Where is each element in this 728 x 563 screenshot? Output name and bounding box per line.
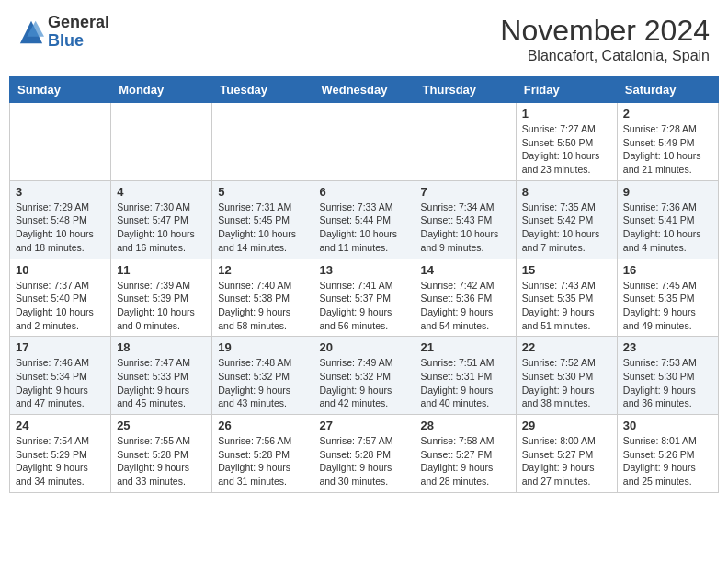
calendar-cell: 7Sunrise: 7:34 AM Sunset: 5:43 PM Daylig… [415, 180, 516, 259]
day-number: 9 [623, 185, 712, 199]
day-info: Sunrise: 7:36 AM Sunset: 5:41 PM Dayligh… [623, 201, 712, 255]
day-info: Sunrise: 7:45 AM Sunset: 5:35 PM Dayligh… [623, 279, 712, 333]
day-number: 18 [117, 340, 206, 354]
header-sunday: Sunday [10, 77, 111, 103]
header-wednesday: Wednesday [313, 77, 415, 103]
day-info: Sunrise: 7:52 AM Sunset: 5:30 PM Dayligh… [522, 356, 611, 410]
day-info: Sunrise: 7:55 AM Sunset: 5:28 PM Dayligh… [117, 434, 206, 488]
logo-general-text: General [48, 14, 109, 32]
calendar-cell: 16Sunrise: 7:45 AM Sunset: 5:35 PM Dayli… [617, 259, 718, 337]
day-number: 8 [522, 185, 611, 199]
day-info: Sunrise: 7:42 AM Sunset: 5:36 PM Dayligh… [421, 279, 510, 333]
header-monday: Monday [111, 77, 212, 103]
day-number: 24 [16, 419, 105, 432]
day-number: 29 [522, 419, 611, 432]
day-number: 17 [16, 340, 105, 354]
header-saturday: Saturday [617, 77, 718, 103]
day-info: Sunrise: 7:31 AM Sunset: 5:45 PM Dayligh… [218, 201, 307, 255]
header-tuesday: Tuesday [212, 77, 313, 103]
title-area: November 2024 Blancafort, Catalonia, Spa… [500, 14, 710, 64]
calendar-cell: 13Sunrise: 7:41 AM Sunset: 5:37 PM Dayli… [313, 259, 415, 337]
day-number: 22 [522, 340, 611, 354]
day-number: 3 [16, 185, 105, 199]
calendar-cell: 12Sunrise: 7:40 AM Sunset: 5:38 PM Dayli… [212, 259, 313, 337]
day-number: 14 [421, 263, 510, 277]
day-info: Sunrise: 7:28 AM Sunset: 5:49 PM Dayligh… [623, 122, 712, 177]
day-info: Sunrise: 7:43 AM Sunset: 5:35 PM Dayligh… [522, 279, 611, 333]
day-info: Sunrise: 7:49 AM Sunset: 5:32 PM Dayligh… [319, 356, 408, 410]
calendar-cell [10, 103, 111, 181]
calendar-table: Sunday Monday Tuesday Wednesday Thursday… [9, 76, 719, 493]
calendar-cell: 11Sunrise: 7:39 AM Sunset: 5:39 PM Dayli… [111, 259, 212, 337]
day-info: Sunrise: 7:29 AM Sunset: 5:48 PM Dayligh… [16, 201, 105, 255]
day-info: Sunrise: 7:54 AM Sunset: 5:29 PM Dayligh… [16, 434, 105, 488]
calendar-cell: 17Sunrise: 7:46 AM Sunset: 5:34 PM Dayli… [10, 337, 111, 415]
calendar-cell: 29Sunrise: 8:00 AM Sunset: 5:27 PM Dayli… [516, 415, 617, 493]
day-info: Sunrise: 7:41 AM Sunset: 5:37 PM Dayligh… [319, 279, 408, 333]
calendar-cell [212, 103, 313, 181]
day-info: Sunrise: 7:37 AM Sunset: 5:40 PM Dayligh… [16, 279, 105, 333]
day-number: 28 [421, 419, 510, 432]
calendar-cell: 23Sunrise: 7:53 AM Sunset: 5:30 PM Dayli… [617, 337, 718, 415]
calendar-cell [111, 103, 212, 181]
calendar-cell: 9Sunrise: 7:36 AM Sunset: 5:41 PM Daylig… [617, 180, 718, 259]
day-info: Sunrise: 8:00 AM Sunset: 5:27 PM Dayligh… [522, 434, 611, 488]
day-number: 6 [319, 185, 408, 199]
day-number: 1 [522, 107, 611, 121]
week-row-3: 10Sunrise: 7:37 AM Sunset: 5:40 PM Dayli… [10, 259, 719, 337]
logo-text: General Blue [48, 14, 109, 51]
calendar-cell: 18Sunrise: 7:47 AM Sunset: 5:33 PM Dayli… [111, 337, 212, 415]
calendar-cell: 28Sunrise: 7:58 AM Sunset: 5:27 PM Dayli… [415, 415, 516, 493]
calendar-cell: 21Sunrise: 7:51 AM Sunset: 5:31 PM Dayli… [415, 337, 516, 415]
day-info: Sunrise: 7:40 AM Sunset: 5:38 PM Dayligh… [218, 279, 307, 333]
calendar-cell: 5Sunrise: 7:31 AM Sunset: 5:45 PM Daylig… [212, 180, 313, 259]
day-number: 27 [319, 419, 408, 432]
header-friday: Friday [516, 77, 617, 103]
day-info: Sunrise: 7:35 AM Sunset: 5:42 PM Dayligh… [522, 201, 611, 255]
logo-icon [18, 19, 44, 45]
day-info: Sunrise: 7:27 AM Sunset: 5:50 PM Dayligh… [522, 122, 611, 177]
calendar-header-row: Sunday Monday Tuesday Wednesday Thursday… [10, 77, 719, 103]
day-number: 25 [117, 419, 206, 432]
day-info: Sunrise: 7:33 AM Sunset: 5:44 PM Dayligh… [319, 201, 408, 255]
week-row-4: 17Sunrise: 7:46 AM Sunset: 5:34 PM Dayli… [10, 337, 719, 415]
day-number: 20 [319, 340, 408, 354]
day-info: Sunrise: 7:34 AM Sunset: 5:43 PM Dayligh… [421, 201, 510, 255]
calendar-cell: 8Sunrise: 7:35 AM Sunset: 5:42 PM Daylig… [516, 180, 617, 259]
calendar-cell: 20Sunrise: 7:49 AM Sunset: 5:32 PM Dayli… [313, 337, 415, 415]
day-info: Sunrise: 7:58 AM Sunset: 5:27 PM Dayligh… [421, 434, 510, 488]
calendar-cell: 6Sunrise: 7:33 AM Sunset: 5:44 PM Daylig… [313, 180, 415, 259]
logo: General Blue [18, 14, 109, 51]
day-info: Sunrise: 7:47 AM Sunset: 5:33 PM Dayligh… [117, 356, 206, 410]
day-info: Sunrise: 7:39 AM Sunset: 5:39 PM Dayligh… [117, 279, 206, 333]
day-info: Sunrise: 7:30 AM Sunset: 5:47 PM Dayligh… [117, 201, 206, 255]
header: General Blue November 2024 Blancafort, C… [9, 9, 719, 69]
day-number: 15 [522, 263, 611, 277]
calendar-cell: 27Sunrise: 7:57 AM Sunset: 5:28 PM Dayli… [313, 415, 415, 493]
calendar-cell [415, 103, 516, 181]
day-number: 7 [421, 185, 510, 199]
day-number: 30 [623, 419, 712, 432]
month-title: November 2024 [500, 14, 710, 48]
calendar-cell: 1Sunrise: 7:27 AM Sunset: 5:50 PM Daylig… [516, 103, 617, 181]
day-number: 19 [218, 340, 307, 354]
day-number: 2 [623, 107, 712, 121]
week-row-5: 24Sunrise: 7:54 AM Sunset: 5:29 PM Dayli… [10, 415, 719, 493]
calendar-cell: 3Sunrise: 7:29 AM Sunset: 5:48 PM Daylig… [10, 180, 111, 259]
calendar-cell: 24Sunrise: 7:54 AM Sunset: 5:29 PM Dayli… [10, 415, 111, 493]
day-number: 21 [421, 340, 510, 354]
calendar-cell: 25Sunrise: 7:55 AM Sunset: 5:28 PM Dayli… [111, 415, 212, 493]
calendar-cell: 2Sunrise: 7:28 AM Sunset: 5:49 PM Daylig… [617, 103, 718, 181]
day-info: Sunrise: 7:46 AM Sunset: 5:34 PM Dayligh… [16, 356, 105, 410]
calendar-cell: 22Sunrise: 7:52 AM Sunset: 5:30 PM Dayli… [516, 337, 617, 415]
calendar-cell: 30Sunrise: 8:01 AM Sunset: 5:26 PM Dayli… [617, 415, 718, 493]
day-number: 5 [218, 185, 307, 199]
day-info: Sunrise: 7:57 AM Sunset: 5:28 PM Dayligh… [319, 434, 408, 488]
day-number: 4 [117, 185, 206, 199]
calendar-cell: 10Sunrise: 7:37 AM Sunset: 5:40 PM Dayli… [10, 259, 111, 337]
calendar-cell [313, 103, 415, 181]
calendar-cell: 26Sunrise: 7:56 AM Sunset: 5:28 PM Dayli… [212, 415, 313, 493]
calendar-cell: 4Sunrise: 7:30 AM Sunset: 5:47 PM Daylig… [111, 180, 212, 259]
day-info: Sunrise: 7:51 AM Sunset: 5:31 PM Dayligh… [421, 356, 510, 410]
day-number: 12 [218, 263, 307, 277]
